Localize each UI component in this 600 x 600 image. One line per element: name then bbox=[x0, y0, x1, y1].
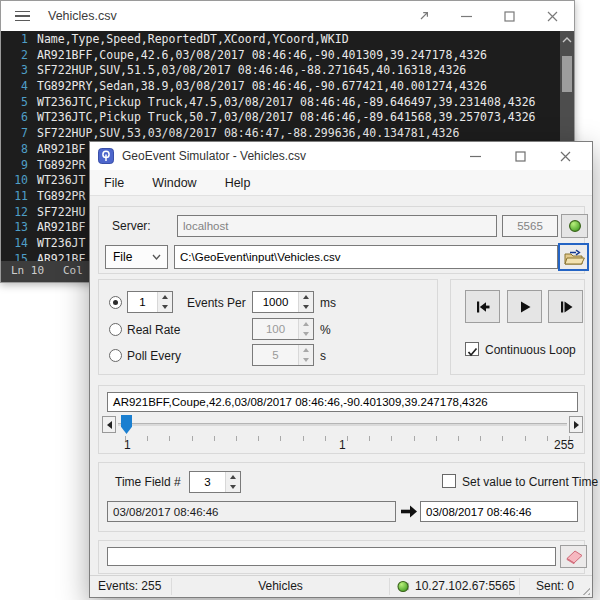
line-indicator: Ln 10 bbox=[11, 264, 44, 277]
editor-titlebar: Vehicles.csv bbox=[1, 1, 574, 31]
poll-spinner: 5 bbox=[252, 344, 314, 366]
menu-help[interactable]: Help bbox=[211, 170, 265, 196]
spin-down-icon bbox=[299, 329, 313, 339]
menubar: File Window Help bbox=[90, 170, 592, 196]
minimize-icon[interactable] bbox=[445, 1, 488, 31]
simulator-title: GeoEvent Simulator - Vehicles.csv bbox=[122, 149, 306, 163]
layer-name: Vehicles bbox=[172, 579, 389, 593]
slider-left-button[interactable] bbox=[102, 416, 116, 433]
browse-file-button[interactable] bbox=[558, 243, 589, 271]
simulator-window: GeoEvent Simulator - Vehicles.csv File W… bbox=[89, 141, 593, 598]
time-to-input[interactable]: 03/08/2017 08:46:46 bbox=[420, 501, 578, 522]
col-indicator: Col bbox=[63, 264, 83, 277]
server-host-input[interactable]: localhost bbox=[177, 215, 497, 237]
percent-unit-label: % bbox=[320, 323, 331, 337]
rate-group: 1 Events Per 1000 ms Real Rate 100 % Pol… bbox=[98, 279, 438, 375]
spin-up-icon bbox=[158, 292, 172, 302]
poll-every-radio[interactable] bbox=[109, 349, 122, 362]
spin-down-icon bbox=[299, 355, 313, 365]
close-icon[interactable] bbox=[543, 142, 588, 170]
server-label: Server: bbox=[112, 219, 151, 233]
source-type-dropdown[interactable]: File bbox=[105, 245, 168, 269]
step-forward-icon bbox=[558, 300, 574, 314]
slider-min-label: 1 bbox=[124, 438, 131, 452]
seconds-unit-label: s bbox=[320, 349, 326, 363]
real-rate-radio[interactable] bbox=[109, 323, 122, 336]
poll-every-label: Poll Every bbox=[127, 349, 181, 363]
slider-thumb[interactable] bbox=[121, 415, 132, 434]
set-current-time-label: Set value to Current Time bbox=[462, 475, 598, 489]
current-event-group: AR921BFF,Coupe,42.6,03/08/2017 08:46:46,… bbox=[98, 385, 585, 454]
simulator-titlebar: GeoEvent Simulator - Vehicles.csv bbox=[90, 142, 592, 170]
csv-line: 5WT236JTC,Pickup Truck,47.5,03/08/2017 0… bbox=[1, 95, 574, 111]
ms-unit-label: ms bbox=[320, 296, 336, 310]
csv-line: 6WT236JTC,Pickup Truck,50.7,03/08/2017 0… bbox=[1, 110, 574, 126]
continuous-loop-label: Continuous Loop bbox=[485, 343, 576, 357]
simulator-statusbar: Events: 255 Vehicles 10.27.102.67:5565 S… bbox=[90, 575, 592, 597]
events-per-radio[interactable] bbox=[109, 296, 122, 309]
set-current-time-checkbox[interactable] bbox=[442, 474, 456, 488]
resize-grip[interactable] bbox=[580, 585, 590, 595]
message-group bbox=[98, 540, 585, 574]
csv-line: 3SF722HUP,SUV,51.5,03/08/2017 08:46:46,-… bbox=[1, 63, 574, 79]
playback-group: Continuous Loop bbox=[450, 279, 585, 375]
maximize-icon[interactable] bbox=[498, 142, 543, 170]
maximize-icon[interactable] bbox=[488, 1, 531, 31]
time-field-group: Time Field # 3 Set value to Current Time… bbox=[98, 462, 585, 532]
connection-address: 10.27.102.67:5565 bbox=[415, 579, 515, 593]
spin-down-icon bbox=[299, 302, 313, 312]
connected-status-icon bbox=[568, 219, 582, 233]
spin-up-icon bbox=[226, 472, 240, 482]
slider-value-label: 1 bbox=[339, 438, 346, 452]
file-path-input[interactable]: C:\GeoEvent\input\Vehicles.csv bbox=[174, 245, 558, 269]
spin-down-icon bbox=[226, 482, 240, 492]
clear-button[interactable] bbox=[560, 545, 587, 568]
play-button[interactable] bbox=[507, 290, 542, 323]
sent-count: Sent: 0 bbox=[536, 579, 574, 593]
menu-window[interactable]: Window bbox=[138, 170, 210, 196]
slider-track[interactable] bbox=[118, 423, 567, 426]
current-event-display: AR921BFF,Coupe,42.6,03/08/2017 08:46:46,… bbox=[107, 392, 578, 412]
scroll-up-icon bbox=[562, 37, 572, 43]
events-per-label: Events Per bbox=[187, 296, 246, 310]
continuous-loop-checkbox[interactable] bbox=[465, 342, 479, 356]
scrollbar-thumb[interactable] bbox=[562, 56, 572, 92]
event-count-spinner[interactable]: 1 bbox=[127, 291, 173, 313]
slider-ticks bbox=[125, 436, 571, 441]
spin-up-icon bbox=[299, 345, 313, 355]
server-port-input[interactable]: 5565 bbox=[502, 215, 558, 237]
csv-line: 1Name,Type,Speed,ReportedDT,XCoord,YCoor… bbox=[1, 32, 574, 48]
time-field-label: Time Field # bbox=[115, 475, 181, 489]
csv-line: 4TG892PRY,Sedan,38.9,03/08/2017 08:46:46… bbox=[1, 79, 574, 95]
real-rate-label: Real Rate bbox=[127, 323, 180, 337]
csv-line: 7SF722HUP,SUV,53,03/08/2017 08:46:47,-88… bbox=[1, 126, 574, 142]
chevron-down-icon bbox=[152, 254, 161, 260]
connect-button[interactable] bbox=[561, 214, 588, 238]
connection-status-icon bbox=[397, 580, 410, 593]
skip-to-start-icon bbox=[475, 300, 491, 314]
time-field-spinner[interactable]: 3 bbox=[189, 471, 241, 493]
slider-right-button[interactable] bbox=[569, 416, 583, 433]
csv-line: 2AR921BFF,Coupe,42.6,03/08/2017 08:46:46… bbox=[1, 48, 574, 64]
editor-title: Vehicles.csv bbox=[48, 9, 117, 23]
open-folder-icon bbox=[563, 249, 585, 266]
spin-up-icon bbox=[299, 319, 313, 329]
close-icon[interactable] bbox=[531, 1, 574, 31]
spin-up-icon bbox=[299, 292, 313, 302]
message-output-field bbox=[107, 547, 556, 566]
slider-max-label: 255 bbox=[554, 438, 574, 452]
time-from-input[interactable]: 03/08/2017 08:46:46 bbox=[107, 501, 396, 522]
spin-down-icon bbox=[158, 302, 172, 312]
menu-file[interactable]: File bbox=[90, 170, 138, 196]
interval-spinner[interactable]: 1000 bbox=[252, 291, 314, 313]
checkmark-icon bbox=[467, 347, 478, 357]
eraser-icon bbox=[564, 549, 584, 564]
minimize-icon[interactable] bbox=[453, 142, 498, 170]
step-button[interactable] bbox=[548, 290, 583, 323]
go-to-start-button[interactable] bbox=[465, 290, 500, 323]
play-icon bbox=[518, 300, 532, 314]
geoevent-app-icon bbox=[98, 148, 114, 164]
expand-icon[interactable] bbox=[402, 1, 445, 31]
real-rate-spinner: 100 bbox=[252, 318, 314, 340]
hamburger-menu-icon[interactable] bbox=[15, 11, 30, 22]
